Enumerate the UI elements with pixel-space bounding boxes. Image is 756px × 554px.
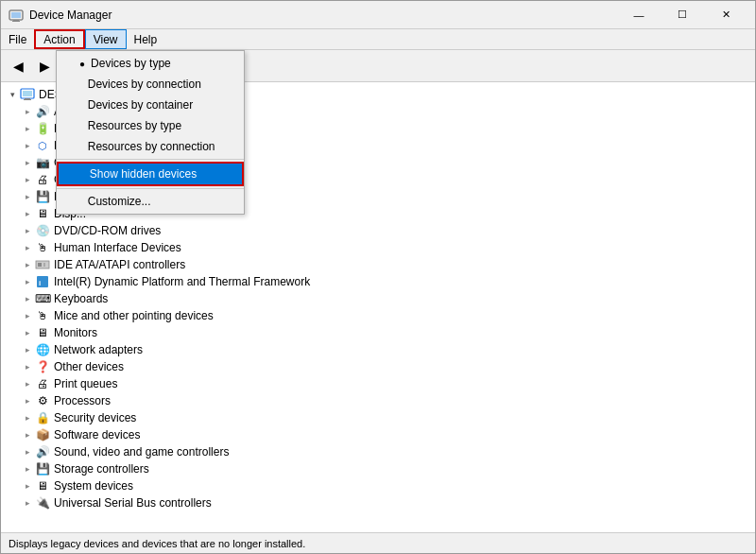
menu-item-resources-by-connection[interactable]: Resources by connection bbox=[57, 136, 244, 157]
forward-button[interactable]: ▶ bbox=[31, 54, 58, 78]
hid-icon: 🖱 bbox=[35, 240, 50, 255]
menu-bar: File Action View Help ● Devices by type … bbox=[1, 29, 755, 50]
menu-view[interactable]: View bbox=[85, 29, 127, 49]
tree-item-intel[interactable]: ▸ i Intel(R) Dynamic Platform and Therma… bbox=[1, 273, 755, 290]
svg-rect-13 bbox=[38, 263, 42, 267]
minimize-button[interactable]: — bbox=[617, 1, 661, 29]
expander[interactable]: ▸ bbox=[20, 444, 35, 459]
tree-item-system[interactable]: ▸ 🖥 System devices bbox=[1, 477, 755, 494]
item-label: Universal Serial Bus controllers bbox=[54, 496, 212, 510]
item-label: Human Interface Devices bbox=[54, 241, 181, 254]
tree-item-mice[interactable]: ▸ 🖱 Mice and other pointing devices bbox=[1, 307, 755, 324]
item-label: IDE ATA/ATAPI controllers bbox=[54, 258, 185, 271]
expander[interactable]: ▸ bbox=[20, 495, 35, 511]
expander[interactable]: ▸ bbox=[20, 223, 35, 238]
tree-item-print[interactable]: ▸ 🖨 Print queues bbox=[1, 375, 755, 392]
expander[interactable]: ▸ bbox=[20, 189, 35, 204]
audio-icon: 🔊 bbox=[35, 104, 50, 119]
system-icon: 🖥 bbox=[35, 478, 50, 493]
expander[interactable]: ▸ bbox=[20, 274, 35, 289]
tree-item-dvd[interactable]: ▸ 💿 DVD/CD-ROM drives bbox=[1, 222, 755, 239]
menu-action[interactable]: Action bbox=[34, 29, 84, 49]
expander[interactable]: ▸ bbox=[20, 342, 35, 357]
battery-icon: 🔋 bbox=[35, 121, 50, 136]
item-label: Keyboards bbox=[54, 292, 108, 305]
expander[interactable]: ▸ bbox=[20, 410, 35, 425]
menu-file[interactable]: File bbox=[1, 29, 34, 49]
item-label: Mice and other pointing devices bbox=[54, 309, 214, 322]
expander[interactable]: ▸ bbox=[20, 325, 35, 340]
tree-item-security[interactable]: ▸ 🔒 Security devices bbox=[1, 409, 755, 426]
menu-item-by-connection[interactable]: Devices by connection bbox=[57, 74, 244, 95]
tree-item-hid[interactable]: ▸ 🖱 Human Interface Devices bbox=[1, 239, 755, 256]
menu-item-show-hidden[interactable]: Show hidden devices bbox=[57, 162, 244, 186]
menu-item-customize[interactable]: Customize... bbox=[57, 191, 244, 212]
menu-item-by-container[interactable]: Devices by container bbox=[57, 95, 244, 115]
expander[interactable]: ▸ bbox=[20, 393, 35, 408]
tree-item-other[interactable]: ▸ ❓ Other devices bbox=[1, 358, 755, 375]
item-label: Storage controllers bbox=[54, 462, 149, 476]
item-label: Processors bbox=[54, 394, 111, 407]
mouse-icon: 🖱 bbox=[35, 308, 50, 323]
view-dropdown-menu: ● Devices by type Devices by connection … bbox=[56, 50, 245, 215]
expander[interactable]: ▸ bbox=[20, 206, 35, 221]
expander[interactable]: ▸ bbox=[20, 155, 35, 170]
security-icon: 🔒 bbox=[35, 410, 50, 425]
expander[interactable]: ▸ bbox=[20, 376, 35, 391]
expander[interactable]: ▸ bbox=[20, 240, 35, 255]
close-button[interactable]: ✕ bbox=[704, 1, 747, 29]
back-button[interactable]: ◀ bbox=[5, 54, 31, 78]
maximize-button[interactable]: ☐ bbox=[661, 1, 704, 29]
status-text: Displays legacy devices and devices that… bbox=[9, 538, 305, 549]
display-icon: 🖥 bbox=[35, 206, 50, 221]
tree-item-processors[interactable]: ▸ ⚙ Processors bbox=[1, 392, 755, 409]
expander[interactable]: ▸ bbox=[20, 291, 35, 306]
tree-item-keyboards[interactable]: ▸ ⌨ Keyboards bbox=[1, 290, 755, 307]
svg-rect-2 bbox=[13, 20, 19, 21]
tree-item-network[interactable]: ▸ 🌐 Network adapters bbox=[1, 341, 755, 358]
expander[interactable]: ▸ bbox=[20, 308, 35, 323]
expander[interactable]: ▸ bbox=[20, 427, 35, 442]
computer-icon bbox=[20, 87, 35, 102]
svg-rect-14 bbox=[43, 263, 45, 267]
no-check bbox=[79, 79, 82, 90]
menu-help[interactable]: Help bbox=[127, 29, 165, 49]
tree-item-monitors[interactable]: ▸ 🖥 Monitors bbox=[1, 324, 755, 341]
window-icon bbox=[9, 8, 24, 23]
menu-item-resources-by-type[interactable]: Resources by type bbox=[57, 115, 244, 136]
ide-icon bbox=[35, 257, 50, 272]
tree-item-software[interactable]: ▸ 📦 Software devices bbox=[1, 426, 755, 443]
camera-icon: 📷 bbox=[35, 155, 50, 170]
sound-icon: 🔊 bbox=[35, 444, 50, 459]
monitor-icon: 🖥 bbox=[35, 325, 50, 340]
expander[interactable]: ▸ bbox=[20, 138, 35, 153]
tree-item-storage[interactable]: ▸ 💾 Storage controllers bbox=[1, 460, 755, 477]
item-label: Security devices bbox=[54, 411, 136, 424]
expander[interactable]: ▸ bbox=[20, 172, 35, 187]
item-label: Sound, video and game controllers bbox=[54, 445, 229, 459]
svg-rect-1 bbox=[11, 12, 21, 18]
tree-item-usb[interactable]: ▸ 🔌 Universal Serial Bus controllers bbox=[1, 494, 755, 511]
root-expander[interactable]: ▾ bbox=[5, 87, 20, 102]
intel-icon: i bbox=[35, 274, 50, 289]
usb-icon: 🔌 bbox=[35, 495, 50, 511]
item-label: System devices bbox=[54, 479, 133, 493]
item-label: Software devices bbox=[54, 428, 140, 441]
tree-item-sound[interactable]: ▸ 🔊 Sound, video and game controllers bbox=[1, 443, 755, 460]
expander[interactable]: ▸ bbox=[20, 257, 35, 272]
com-icon: 🖨 bbox=[35, 172, 50, 187]
processor-icon: ⚙ bbox=[35, 393, 50, 408]
item-label: Monitors bbox=[54, 326, 97, 339]
dvd-icon: 💿 bbox=[35, 223, 50, 238]
menu-item-by-type[interactable]: ● Devices by type bbox=[57, 53, 244, 74]
expander[interactable]: ▸ bbox=[20, 461, 35, 476]
network-icon: 🌐 bbox=[35, 342, 50, 357]
status-bar: Displays legacy devices and devices that… bbox=[1, 532, 755, 553]
tree-item-ide[interactable]: ▸ IDE ATA/ATAPI controllers bbox=[1, 256, 755, 273]
expander[interactable]: ▸ bbox=[20, 359, 35, 374]
svg-rect-9 bbox=[23, 91, 32, 96]
menu-separator-1 bbox=[57, 159, 244, 160]
expander[interactable]: ▸ bbox=[20, 121, 35, 136]
expander[interactable]: ▸ bbox=[20, 104, 35, 119]
expander[interactable]: ▸ bbox=[20, 478, 35, 493]
